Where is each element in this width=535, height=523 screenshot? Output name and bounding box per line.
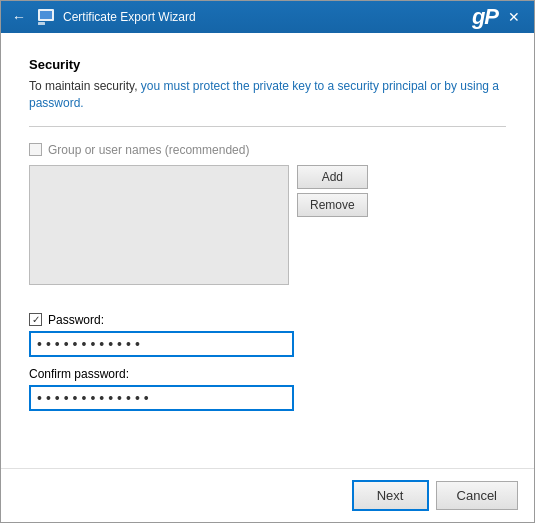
group-checkbox-label: Group or user names (recommended)	[48, 143, 249, 157]
back-button[interactable]: ←	[9, 7, 29, 27]
confirm-password-label: Confirm password:	[29, 367, 129, 381]
wizard-content: Security To maintain security, you must …	[1, 33, 534, 468]
next-button[interactable]: Next	[353, 481, 428, 510]
remove-button[interactable]: Remove	[297, 193, 368, 217]
confirm-password-group: Confirm password:	[29, 367, 506, 411]
close-button[interactable]: ✕	[502, 5, 526, 29]
wizard-footer: Next Cancel	[1, 468, 534, 522]
section-title: Security	[29, 57, 506, 72]
add-button[interactable]: Add	[297, 165, 368, 189]
description-plain: To maintain security,	[29, 79, 141, 93]
side-buttons: Add Remove	[297, 165, 368, 297]
group-checkbox[interactable]	[29, 143, 42, 156]
confirm-password-label-row: Confirm password:	[29, 367, 506, 381]
brand-logo: gP	[472, 4, 498, 30]
confirm-password-input[interactable]	[29, 385, 294, 411]
checkmark-icon: ✓	[32, 315, 40, 325]
wizard-icon	[35, 6, 57, 28]
svg-rect-1	[40, 11, 52, 19]
section-description: To maintain security, you must protect t…	[29, 78, 506, 127]
title-bar: ← Certificate Export Wizard gP ✕	[1, 1, 534, 33]
password-checkbox[interactable]: ✓	[29, 313, 42, 326]
title-bar-left: ← Certificate Export Wizard	[9, 6, 472, 28]
group-list-box[interactable]	[29, 165, 289, 285]
window-title: Certificate Export Wizard	[63, 10, 196, 24]
certificate-export-wizard-window: ← Certificate Export Wizard gP ✕ Securit…	[0, 0, 535, 523]
svg-rect-2	[38, 22, 45, 25]
group-checkbox-row: Group or user names (recommended)	[29, 143, 506, 157]
password-group: ✓ Password:	[29, 313, 506, 357]
password-label: Password:	[48, 313, 104, 327]
password-input[interactable]	[29, 331, 294, 357]
group-row: Add Remove	[29, 165, 506, 297]
cancel-button[interactable]: Cancel	[436, 481, 518, 510]
password-label-row: ✓ Password:	[29, 313, 506, 327]
